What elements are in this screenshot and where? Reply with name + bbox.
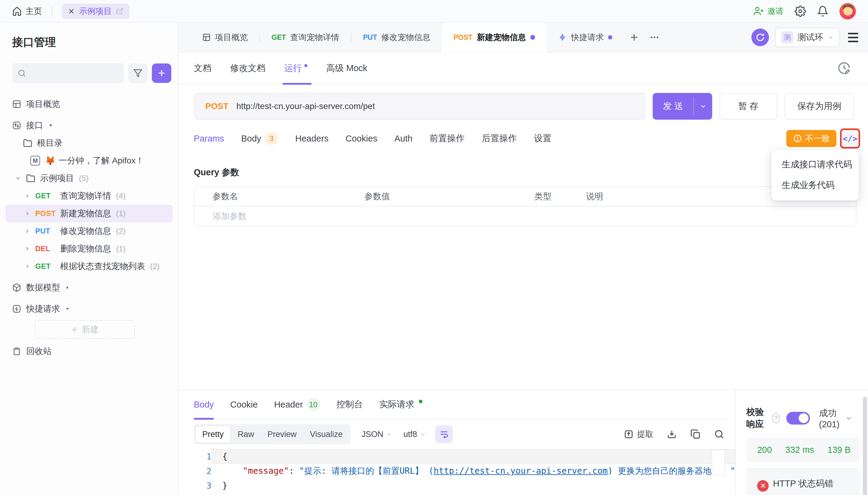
sidebar-item-data-models[interactable]: 数据模型	[5, 279, 172, 296]
filter-icon	[133, 69, 142, 78]
tab-project-overview[interactable]: 项目概览	[191, 22, 259, 52]
sidebar-api-get-pet[interactable]: GET 查询宠物详情 (4)	[5, 187, 172, 205]
tab-post-new-pet[interactable]: POST 新建宠物信息	[442, 22, 547, 52]
subtab-mock[interactable]: 高级 Mock	[326, 52, 367, 84]
subtab-doc[interactable]: 文档	[194, 52, 211, 84]
sidebar-api-post-pet[interactable]: POST 新建宠物信息 (1)	[5, 205, 172, 222]
view-preview[interactable]: Preview	[261, 425, 303, 443]
server-url-link[interactable]: http://test-cn.your-api-server.com	[434, 466, 608, 476]
fox-emoji: 🦊	[45, 156, 55, 166]
stash-button[interactable]: 暂 存	[719, 93, 777, 120]
environment-selector[interactable]: 测 测试环	[775, 28, 840, 47]
active-underline	[283, 83, 312, 85]
add-button[interactable]	[152, 64, 171, 83]
resptab-body[interactable]: Body	[194, 390, 214, 419]
sidebar-item-overview[interactable]: 项目概览	[5, 95, 172, 113]
new-tab-icon[interactable]	[629, 33, 639, 42]
search-box[interactable]	[12, 63, 124, 83]
view-pretty[interactable]: Pretty	[195, 425, 231, 443]
bell-icon[interactable]	[817, 5, 829, 17]
subtab-edit[interactable]: 修改文档	[230, 52, 266, 84]
close-icon[interactable]	[68, 8, 75, 15]
format-select[interactable]: JSON	[361, 430, 392, 439]
add-param-row[interactable]: 添加参数	[194, 206, 856, 226]
chevron-down-icon[interactable]	[15, 175, 21, 182]
chevron-down-icon[interactable]	[845, 414, 853, 422]
external-link-icon[interactable]	[116, 7, 123, 15]
chevron-right-icon[interactable]	[24, 246, 30, 252]
scrollbar-thumb[interactable]	[863, 397, 867, 495]
tab-put-pet[interactable]: PUT 修改宠物信息	[352, 22, 442, 52]
resptab-cookie[interactable]: Cookie	[230, 390, 258, 419]
chevron-right-icon[interactable]	[24, 263, 30, 269]
chevron-right-icon[interactable]	[24, 193, 30, 199]
encoding-select[interactable]: utf8	[403, 430, 426, 439]
gear-icon[interactable]	[795, 5, 806, 17]
view-raw[interactable]: Raw	[231, 425, 261, 443]
history-edit-icon[interactable]	[837, 61, 851, 75]
menu-icon[interactable]	[846, 31, 860, 44]
send-dropdown[interactable]	[694, 93, 712, 120]
save-as-case-button[interactable]: 保存为用例	[784, 93, 854, 120]
avatar[interactable]	[839, 3, 856, 19]
more-icon[interactable]	[649, 32, 660, 42]
send-button[interactable]: 发 送	[653, 93, 712, 120]
filter-button[interactable]	[128, 64, 148, 83]
reqtab-body[interactable]: Body 3	[241, 132, 278, 145]
editor-scrollbar[interactable]	[712, 450, 725, 476]
tab-quick-request[interactable]: 快捷请求	[547, 22, 624, 52]
invite-button[interactable]: 邀请	[754, 6, 784, 17]
sidebar-doc-item[interactable]: M 🦊 一分钟，了解 Apifox！	[5, 152, 172, 169]
tab-method: GET	[272, 33, 286, 41]
response-body-editor[interactable]: 1 { 2 "message": "提示: 请将接口的【前置URL】 (http…	[194, 449, 735, 493]
sidebar-item-api[interactable]: 接口	[5, 117, 172, 134]
download-icon[interactable]	[667, 429, 677, 440]
sidebar-folder-example[interactable]: 示例项目 (5)	[5, 169, 172, 187]
word-wrap-button[interactable]	[435, 425, 453, 443]
sidebar-folder-root[interactable]: 根目录	[5, 134, 172, 152]
inconsistent-badge[interactable]: 不一致	[786, 130, 836, 147]
resptab-actual-request[interactable]: 实际请求	[379, 390, 423, 419]
tab-get-pet-detail[interactable]: GET 查询宠物详情	[260, 22, 351, 52]
reqtab-cookies[interactable]: Cookies	[346, 134, 377, 144]
wrap-icon	[439, 429, 449, 439]
reqtab-settings[interactable]: 设置	[534, 132, 551, 144]
generate-code-button[interactable]: </>	[840, 129, 860, 149]
new-quick-request-button[interactable]: 新建	[35, 320, 135, 339]
resptab-console[interactable]: 控制台	[337, 390, 363, 419]
zap-icon	[12, 304, 21, 313]
sync-button[interactable]	[751, 29, 769, 46]
reqtab-post-ops[interactable]: 后置操作	[482, 132, 517, 144]
view-mode-switcher: Pretty Raw Preview Visualize	[194, 424, 351, 444]
menu-item-generate-request-code[interactable]: 生成接口请求代码	[771, 154, 859, 175]
project-tab[interactable]: 示例项目	[62, 4, 130, 19]
sidebar-api-find-by-status[interactable]: GET 根据状态查找宠物列表 (2)	[5, 257, 172, 275]
reqtab-auth[interactable]: Auth	[394, 134, 412, 144]
reqtab-pre-ops[interactable]: 前置操作	[429, 132, 465, 144]
reqtab-headers[interactable]: Headers	[295, 134, 329, 144]
sidebar-item-quick-request[interactable]: 快捷请求	[5, 300, 172, 318]
method-select[interactable]: POST	[205, 101, 228, 111]
chevron-right-icon[interactable]	[24, 228, 30, 234]
extract-button[interactable]: 提取	[624, 429, 653, 440]
url-field[interactable]: POST	[194, 93, 645, 120]
caret-down-icon[interactable]	[65, 306, 70, 311]
resptab-header[interactable]: Header 10	[274, 390, 320, 419]
search-icon[interactable]	[714, 429, 724, 440]
chevron-right-icon[interactable]	[24, 210, 30, 217]
view-visualize[interactable]: Visualize	[303, 425, 350, 443]
sidebar-item-trash[interactable]: 回收站	[5, 343, 172, 360]
validation-toggle[interactable]	[786, 412, 810, 425]
caret-right-icon[interactable]	[65, 285, 70, 290]
subtab-run[interactable]: 运行	[284, 52, 307, 84]
search-input[interactable]	[30, 69, 118, 78]
url-input[interactable]	[236, 101, 642, 111]
sidebar-api-put-pet[interactable]: PUT 修改宠物信息 (2)	[5, 222, 172, 240]
home-button[interactable]: 主页	[12, 6, 42, 17]
menu-item-generate-business-code[interactable]: 生成业务代码	[771, 175, 859, 195]
copy-icon[interactable]	[690, 429, 701, 440]
help-icon[interactable]: ?	[772, 413, 779, 423]
caret-down-icon[interactable]	[48, 123, 53, 128]
sidebar-api-del-pet[interactable]: DEL 删除宠物信息 (1)	[5, 240, 172, 257]
reqtab-params[interactable]: Params	[194, 134, 224, 144]
